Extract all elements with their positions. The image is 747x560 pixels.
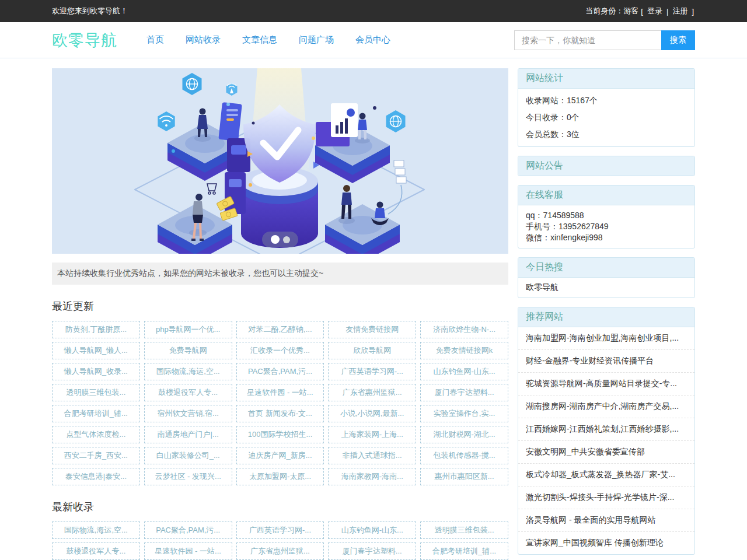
site-link[interactable]: PAC聚合,PAM,污... [236,363,324,380]
site-link[interactable]: 鼓楼退役军人专... [52,542,140,560]
site-link[interactable]: 汇收录一个优秀... [236,342,324,359]
site-link[interactable]: 山东钓鱼网-山东... [420,363,508,380]
section-title-latest: 最新收录 [52,500,508,514]
site-link[interactable]: 非插入式通球指... [328,447,416,464]
site-link[interactable]: 泰安信息港|泰安... [52,468,140,485]
search-input[interactable] [514,30,661,50]
site-link[interactable]: 合肥考研培训_辅... [52,405,140,422]
site-link[interactable]: 云梦社区 - 发现兴... [144,468,232,485]
hot-search-list: 欧零导航 [518,278,694,298]
identity-label: 当前身份：游客 [585,6,638,16]
top-bar: 欢迎您来到欧零导航！ 当前身份：游客 [ 登录 | 注册 ] [0,0,747,22]
site-link[interactable]: 厦门春宇达塑料... [420,384,508,401]
register-link[interactable]: 注册 [672,6,687,16]
site-link[interactable]: 透明膜三维包装... [420,522,508,539]
site-link[interactable]: 广东省惠州监狱... [236,542,324,560]
contact-line: qq：714589588 [526,210,687,221]
hex-globe-icon [183,73,202,95]
site-link[interactable]: 国际物流,海运,空... [144,363,232,380]
identity-bar: 当前身份：游客 [ 登录 | 注册 ] [584,6,695,16]
carousel-dot[interactable] [283,236,290,243]
site-link[interactable]: 对苯二酚,乙醇钠,... [236,321,324,338]
stats-line: 今日收录：0个 [518,109,694,126]
site-link[interactable]: 欣欣导航网 [328,342,416,359]
recommended-site-link[interactable]: 海南加盟网-海南创业加盟,海南创业项目,... [518,327,694,350]
login-link[interactable]: 登录 [647,6,662,16]
stats-line: 会员总数：3位 [518,126,694,143]
site-link[interactable]: 国际物流,海运,空... [52,522,140,539]
site-link[interactable]: 免费友情链接网k [420,342,508,359]
site-link[interactable]: 厦门春宇达塑料... [328,542,416,560]
site-link[interactable]: 透明膜三维包装... [52,384,140,401]
nav-link[interactable]: 文章信息 [242,34,277,46]
site-link[interactable]: 迪庆房产网_新房... [236,447,324,464]
carousel-dots [262,232,298,247]
site-link[interactable]: 鼓楼退役军人专... [144,384,232,401]
site-link[interactable]: 宿州软文营销,宿... [144,405,232,422]
site-link[interactable]: 友情免费链接网 [328,321,416,338]
search-button[interactable]: 搜索 [661,30,695,50]
identity-divider: | [666,7,668,16]
site-link[interactable]: 实验室操作台,实... [420,405,508,422]
site-link[interactable]: 西安二手房_西安... [52,447,140,464]
box-recommended: 推荐网站 海南加盟网-海南创业加盟,海南创业项目,...财经-金融界-专业财经资… [518,307,695,555]
site-link[interactable]: 星速软件园 - 一站... [236,384,324,401]
nav-link[interactable]: 问题广场 [299,34,334,46]
site-link[interactable]: 星速软件园 - 一站... [144,542,232,560]
site-link[interactable]: 免费导航网 [144,342,232,359]
box-hot-search: 今日热搜 欧零导航 [518,257,695,298]
site-link[interactable]: 惠州市惠阳区新... [420,468,508,485]
latest-included-grid: 国际物流,海运,空...PAC聚合,PAM,污...广西英语学习网-...山东钓… [52,522,508,560]
site-link[interactable]: 懒人导航网_懒人... [52,342,140,359]
site-link[interactable]: php导航网一个优... [144,321,232,338]
site-link[interactable]: 广西英语学习网-... [328,363,416,380]
hex-antenna-icon [226,83,238,96]
recommended-site-link[interactable]: 江西婚嫁网-江西婚礼策划,江西婚纱摄影,... [518,418,694,441]
screen-panel-left [225,172,246,214]
box-announcement: 网站公告 [518,156,695,176]
site-logo[interactable]: 欧零导航 [52,30,117,51]
site-link[interactable]: 合肥考研培训_辅... [420,542,508,560]
site-link[interactable]: 上海家装网-上海... [328,426,416,443]
site-link[interactable]: 点型气体浓度检... [52,426,140,443]
cart-icon [207,184,217,194]
recommended-site-link[interactable]: 激光切割头-焊接头-手持焊-光学镜片-深... [518,487,694,509]
site-link[interactable]: 小说,小说网,最新... [328,405,416,422]
site-link[interactable]: 海南家教网-海南... [328,468,416,485]
recommended-site-link[interactable]: 洛灵导航网 - 最全面的实用导航网站 [518,509,694,532]
hex-wifi-icon [158,111,174,131]
site-link[interactable]: 山东钓鱼网-山东... [328,522,416,539]
site-link[interactable]: 首页 新闻发布-文... [236,405,324,422]
site-link[interactable]: 南通房地产门户|... [144,426,232,443]
site-link[interactable]: 白山家装修公司_... [144,447,232,464]
hot-search-link[interactable]: 欧零导航 [518,278,694,298]
site-link[interactable]: 广西英语学习网-... [236,522,324,539]
photo-frames [388,160,406,214]
box-title-announcement: 网站公告 [518,156,694,176]
nav-link[interactable]: 会员中心 [355,34,390,46]
recommended-site-link[interactable]: 宣讲家网_中国视频智库 传播创新理论 [518,532,694,554]
recommended-site-link[interactable]: 安徽文明网_中共安徽省委宣传部 [518,441,694,464]
site-link[interactable]: 太原加盟网-太原... [236,468,324,485]
site-link[interactable]: 包装机传感器-搅... [420,447,508,464]
site-link[interactable]: 湖北财税网-湖北... [420,426,508,443]
site-link[interactable]: 100国际学校招生... [236,426,324,443]
site-link[interactable]: 济南欣烨生物-N-... [420,321,508,338]
site-header: 欧零导航 首页网站收录文章信息问题广场会员中心 搜索 [0,22,747,58]
site-link[interactable]: PAC聚合,PAM,污... [144,522,232,539]
recommended-site-link[interactable]: 板式冷却器_板式蒸发器_换热器厂家-艾... [518,464,694,487]
nav-link[interactable]: 首页 [146,34,164,46]
box-site-stats: 网站统计 收录网站：15167个今日收录：0个会员总数：3位 [518,68,695,147]
nav-link[interactable]: 网站收录 [186,34,221,46]
section-title-recent: 最近更新 [52,299,508,313]
recommended-site-link[interactable]: 驼城资源导航网-高质量网站目录提交-专... [518,373,694,396]
recommended-site-link[interactable]: 湖南搜房网-湖南房产中介,湖南房产交易,... [518,396,694,418]
site-link[interactable]: 懒人导航网_收录... [52,363,140,380]
site-link[interactable]: 广东省惠州监狱... [328,384,416,401]
carousel-dot-active[interactable] [271,235,280,244]
bracket-open: [ [641,7,643,16]
site-link[interactable]: 防黄剂,丁酰肼原... [52,321,140,338]
bracket-close: ] [692,7,694,16]
contact-line: 手机号：13952627849 [526,221,687,232]
recommended-site-link[interactable]: 财经-金融界-专业财经资讯传播平台 [518,350,694,373]
